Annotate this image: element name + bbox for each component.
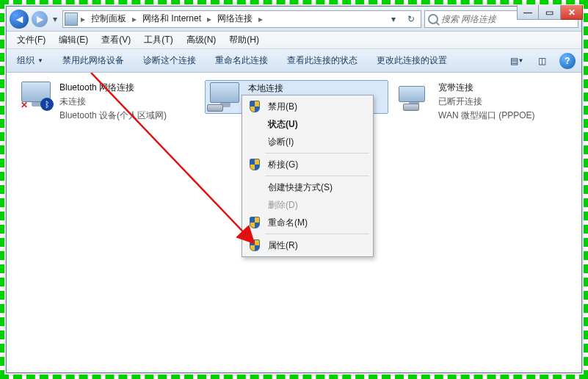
connection-title: 本地连接 (248, 82, 283, 95)
menu-tools[interactable]: 工具(T) (138, 32, 178, 48)
preview-pane-button[interactable]: ◫ (534, 54, 549, 68)
connection-item-broadband[interactable]: 宽带连接 已断开连接 WAN 微型端口 (PPPOE) (396, 80, 579, 123)
minimize-button[interactable]: — (517, 5, 539, 20)
search-icon (428, 14, 438, 24)
context-menu: 禁用(B) 状态(U) 诊断(I) 桥接(G) 创建快捷方式(S) (242, 95, 374, 257)
content-area: ✕ ᛒ Bluetooth 网络连接 未连接 Bluetooth 设备(个人区域… (7, 73, 581, 372)
connection-device: WAN 微型端口 (PPPOE) (438, 109, 535, 122)
connection-status: 已断开连接 (438, 95, 535, 108)
close-button[interactable]: ✕ (561, 5, 583, 20)
ctx-properties[interactable]: 属性(R) (244, 237, 371, 254)
chevron-down-icon: ▼ (37, 57, 43, 64)
maximize-button[interactable]: ▭ (539, 5, 561, 20)
connection-title: 宽带连接 (438, 82, 535, 94)
forward-button[interactable]: ▶ (32, 11, 48, 27)
panel-icon: ◫ (538, 56, 546, 66)
menu-advanced[interactable]: 高级(N) (181, 32, 222, 48)
bluetooth-badge-icon: ᛒ (40, 98, 54, 111)
ctx-status[interactable]: 状态(U) (244, 115, 371, 133)
ctx-diagnose[interactable]: 诊断(I) (244, 133, 371, 151)
menu-help[interactable]: 帮助(H) (223, 32, 265, 48)
arrow-left-icon: ◀ (16, 14, 23, 24)
menu-file[interactable]: 文件(F) (11, 32, 51, 48)
ctx-disable[interactable]: 禁用(B) (244, 98, 371, 115)
back-button[interactable]: ◀ (10, 10, 29, 29)
breadcrumb[interactable]: 网络和 Internet (139, 11, 204, 26)
refresh-icon: ↻ (407, 14, 415, 24)
organize-label: 组织 (17, 54, 35, 67)
location-icon (65, 12, 78, 26)
history-dropdown[interactable]: ▾ (51, 10, 59, 29)
network-adapter-icon (207, 82, 242, 112)
modem-icon (397, 82, 432, 111)
connection-title: Bluetooth 网络连接 (59, 82, 167, 94)
arrow-right-icon: ▶ (37, 14, 43, 24)
shield-icon (250, 239, 260, 251)
chevron-down-icon: ▼ (518, 57, 524, 64)
chevron-down-icon: ▾ (53, 14, 57, 24)
refresh-button[interactable]: ↻ (403, 11, 419, 27)
connection-status: 未连接 (59, 95, 167, 108)
organize-button[interactable]: 组织 ▼ (12, 52, 48, 69)
crumb-sep-icon: ▸ (79, 14, 87, 24)
error-badge-icon: ✕ (18, 99, 30, 111)
help-button[interactable]: ? (559, 53, 576, 69)
cmd-change-settings[interactable]: 更改此连接的设置 (372, 52, 451, 69)
crumb-sep-icon: ▸ (206, 14, 213, 24)
ctx-delete: 删除(D) (244, 196, 371, 214)
ctx-rename[interactable]: 重命名(M) (244, 214, 371, 231)
crumb-sep-icon: ▸ (131, 14, 138, 24)
cmd-rename[interactable]: 重命名此连接 (211, 52, 272, 69)
breadcrumb[interactable]: 控制面板 (88, 11, 129, 26)
cmd-disable-device[interactable]: 禁用此网络设备 (58, 52, 128, 69)
network-adapter-icon: ✕ ᛒ (18, 82, 54, 111)
window-controls: — ▭ ✕ (517, 5, 583, 20)
address-history-button[interactable]: ▾ (385, 11, 402, 27)
ctx-create-shortcut[interactable]: 创建快捷方式(S) (244, 178, 371, 196)
shield-icon (250, 101, 260, 112)
cmd-view-status[interactable]: 查看此连接的状态 (283, 52, 362, 69)
menu-separator (265, 234, 369, 234)
connection-item-bluetooth[interactable]: ✕ ᛒ Bluetooth 网络连接 未连接 Bluetooth 设备(个人区域… (17, 80, 200, 123)
ctx-bridge[interactable]: 桥接(G) (244, 156, 371, 173)
navigation-row: ◀ ▶ ▾ ▸ 控制面板 ▸ 网络和 Internet ▸ 网络连接 ▸ ▾ ↻ (7, 7, 581, 32)
help-icon: ? (565, 56, 570, 66)
chevron-down-icon: ▾ (391, 14, 396, 24)
shield-icon (250, 159, 260, 170)
crumb-sep-icon: ▸ (257, 14, 264, 24)
menu-separator (265, 176, 369, 176)
shield-icon (250, 217, 260, 228)
breadcrumb[interactable]: 网络连接 (214, 11, 255, 26)
view-icon: ▤ (510, 56, 518, 66)
menu-separator (265, 153, 369, 154)
connection-device: Bluetooth 设备(个人区域网) (59, 109, 167, 122)
cmd-diagnose[interactable]: 诊断这个连接 (139, 52, 200, 69)
address-bar[interactable]: ▸ 控制面板 ▸ 网络和 Internet ▸ 网络连接 ▸ ▾ ↻ (62, 10, 421, 28)
menu-bar: 文件(F) 编辑(E) 查看(V) 工具(T) 高级(N) 帮助(H) (7, 32, 581, 49)
menu-edit[interactable]: 编辑(E) (53, 32, 94, 48)
view-options-button[interactable]: ▤▼ (509, 54, 524, 68)
menu-view[interactable]: 查看(V) (95, 32, 137, 48)
command-bar: 组织 ▼ 禁用此网络设备 诊断这个连接 重命名此连接 查看此连接的状态 更改此连… (7, 49, 581, 73)
explorer-window: — ▭ ✕ ◀ ▶ ▾ ▸ 控制面板 ▸ 网络和 Internet ▸ 网络连接… (6, 6, 582, 373)
